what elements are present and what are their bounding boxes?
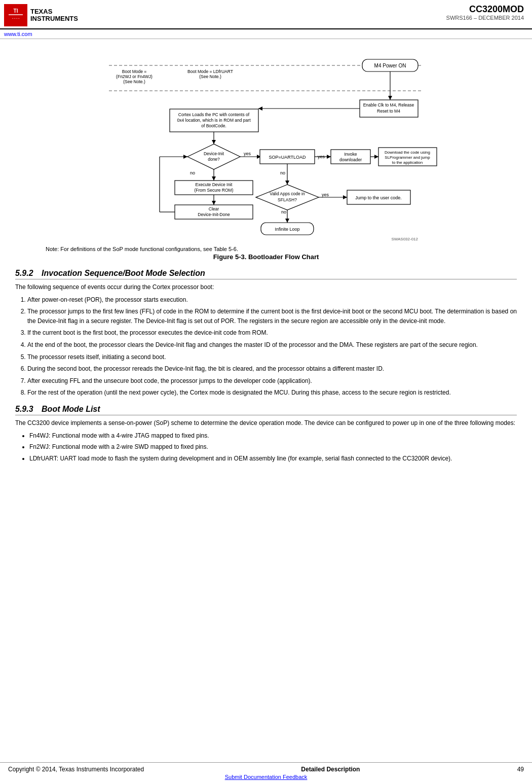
svg-text:to the application: to the application [392, 160, 423, 165]
svg-text:done?: done? [208, 157, 220, 162]
svg-text:SOP=UARTLOAD: SOP=UARTLOAD [269, 155, 306, 160]
list-item: For the rest of the operation (until the… [27, 388, 517, 398]
svg-text:Jump to the user code.: Jump to the user code. [355, 195, 402, 200]
svg-text:(From Secure ROM): (From Secure ROM) [195, 188, 234, 193]
doc-subtitle: SWRS166 – DECEMBER 2014 [446, 15, 524, 21]
svg-text:Download the code using: Download the code using [385, 150, 430, 155]
svg-text:0x4 location, which is in ROM : 0x4 location, which is in ROM and part [177, 118, 251, 123]
svg-text:TI: TI [14, 8, 18, 14]
svg-text:Enable Clk to M4, Release: Enable Clk to M4, Release [363, 102, 414, 108]
figure-note: Note: For definitions of the SoP mode fu… [46, 246, 517, 252]
svg-text:SWAS032-012: SWAS032-012 [391, 237, 418, 241]
section-592-list: After power-on-reset (POR), the processo… [27, 295, 517, 398]
page-header: TI ⬝⬝⬝⬝ TEXAS INSTRUMENTS CC3200MOD SWRS… [0, 0, 532, 29]
section-592-intro: The following sequence of events occur d… [15, 282, 517, 292]
list-item: After executing FFL and the unsecure boo… [27, 376, 517, 386]
website-link[interactable]: www.ti.com [4, 31, 32, 37]
section-593-intro: The CC3200 device implements a sense-on-… [15, 418, 517, 428]
svg-text:yes: yes [244, 151, 251, 156]
svg-text:Clear: Clear [209, 206, 219, 211]
list-item: Fn2WJ: Functional mode with a 2-wire SWD… [29, 442, 517, 452]
feedback-link[interactable]: Submit Documentation Feedback [8, 774, 524, 780]
svg-marker-70 [285, 219, 289, 223]
figure-caption: Figure 5-3. Bootloader Flow Chart [15, 253, 517, 261]
svg-text:downloader: downloader [339, 157, 362, 162]
svg-text:(See Note.): (See Note.) [199, 74, 221, 79]
svg-marker-23 [258, 106, 262, 111]
svg-text:Device-Init-Done: Device-Init-Done [198, 212, 230, 217]
svg-marker-56 [212, 201, 216, 205]
ti-logo-text: TEXAS INSTRUMENTS [30, 8, 78, 23]
svg-text:SLProgrammer and jump: SLProgrammer and jump [385, 155, 430, 160]
footer-bottom-row: Copyright © 2014, Texas Instruments Inco… [8, 765, 524, 774]
svg-marker-54 [285, 181, 289, 185]
svg-text:(Fn2WJ or Fn4WJ): (Fn2WJ or Fn4WJ) [116, 74, 153, 79]
section-592-header: 5.9.2 Invocation Sequence/Boot Mode Sele… [15, 269, 517, 279]
ti-logo-icon: TI ⬝⬝⬝⬝ [4, 4, 27, 26]
page-footer: Copyright © 2014, Texas Instruments Inco… [0, 762, 532, 782]
svg-marker-25 [212, 140, 216, 144]
section-593-list: Fn4WJ: Functional mode with a 4-wire JTA… [29, 431, 517, 464]
list-item: LDfrUART: UART load mode to flash the sy… [29, 454, 517, 464]
svg-marker-77 [183, 155, 187, 159]
list-item: At the end of the boot, the processor cl… [27, 340, 517, 350]
svg-marker-47 [374, 155, 378, 159]
svg-marker-42 [327, 155, 331, 159]
svg-text:no: no [280, 170, 285, 175]
svg-marker-65 [343, 195, 347, 199]
main-content: M4 Power ON Boot Mode = (Fn2WJ or Fn4WJ)… [0, 39, 532, 477]
list-item: If the current boot is the first boot, t… [27, 328, 517, 338]
svg-text:Boot Mode =: Boot Mode = [122, 69, 146, 74]
section-593-header: 5.9.3 Boot Mode List [15, 405, 517, 415]
figure-area: M4 Power ON Boot Mode = (Fn2WJ or Fn4WJ)… [15, 50, 517, 243]
svg-text:M4 Power ON: M4 Power ON [374, 63, 406, 68]
svg-text:Execute Device Init: Execute Device Init [196, 182, 233, 187]
list-item: The processor resets itself, initiating … [27, 352, 517, 362]
doc-title: CC3200MOD [446, 4, 524, 15]
svg-marker-17 [388, 96, 392, 100]
svg-text:Reset to M4: Reset to M4 [377, 109, 400, 114]
copyright-text: Copyright © 2014, Texas Instruments Inco… [8, 766, 144, 773]
svg-text:⬝⬝⬝⬝: ⬝⬝⬝⬝ [12, 17, 20, 20]
svg-text:of BootCode.: of BootCode. [201, 123, 226, 128]
svg-text:no: no [190, 170, 195, 175]
list-item: During the second boot, the processor re… [27, 364, 517, 374]
svg-text:Infinite Loop: Infinite Loop [275, 227, 299, 232]
svg-text:(See Note.): (See Note.) [123, 79, 145, 84]
svg-text:Cortex Loads the PC with conte: Cortex Loads the PC with contents of [178, 112, 250, 117]
svg-text:yes: yes [322, 192, 329, 197]
svg-text:Invoke: Invoke [344, 152, 357, 157]
svg-text:Valid Apps code in: Valid Apps code in [270, 191, 305, 196]
svg-text:SFLASH?: SFLASH? [278, 197, 297, 202]
list-item: The processor jumps to the first few lin… [27, 307, 517, 326]
ti-logo: TI ⬝⬝⬝⬝ TEXAS INSTRUMENTS [4, 4, 78, 26]
bootloader-flowchart: M4 Power ON Boot Mode = (Fn2WJ or Fn4WJ)… [89, 50, 443, 243]
svg-text:Boot Mode = LDfrUART: Boot Mode = LDfrUART [187, 69, 233, 74]
svg-text:Device-Init: Device-Init [204, 151, 224, 156]
subheader: www.ti.com [0, 29, 532, 39]
list-item: After power-on-reset (POR), the processo… [27, 295, 517, 305]
page-number: 49 [517, 766, 524, 773]
svg-text:no: no [281, 209, 286, 215]
list-item: Fn4WJ: Functional mode with a 4-wire JTA… [29, 431, 517, 441]
footer-section: Detailed Description [301, 766, 360, 773]
svg-marker-34 [212, 176, 216, 181]
header-right: CC3200MOD SWRS166 – DECEMBER 2014 [446, 4, 524, 21]
